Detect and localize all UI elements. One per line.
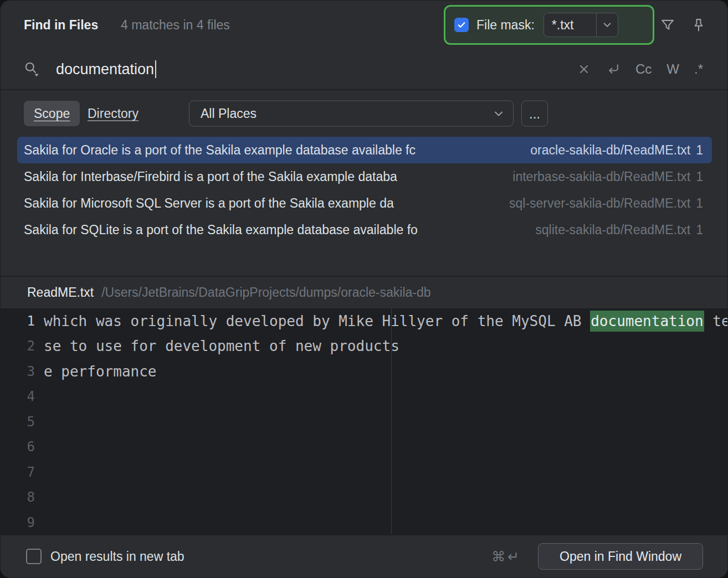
scope-bar: Scope Directory All Places ...	[1, 90, 727, 137]
dialog-footer: Open results in new tab ⌘↵ Open in Find …	[1, 534, 727, 577]
open-results-new-tab-checkbox[interactable]	[26, 549, 42, 564]
search-row: documentation Cc W .*	[1, 49, 727, 90]
code-line: 3 e performance	[1, 359, 727, 384]
code-text: which was originally developed by Mike H…	[44, 313, 727, 329]
text-caret	[155, 60, 156, 78]
line-number: 6	[1, 439, 35, 455]
clear-search-icon[interactable]	[577, 63, 591, 76]
line-number: 3	[1, 364, 35, 379]
code-text: se to use for development of new product…	[44, 338, 399, 354]
code-line: 9	[1, 510, 727, 535]
find-in-files-dialog: Find in Files 4 matches in 4 files File …	[0, 0, 728, 578]
code-line: 6	[1, 435, 727, 460]
code-line: 7	[1, 460, 727, 485]
result-text: Sakila for Microsoft SQL Server is a por…	[24, 196, 509, 211]
file-mask-value: *.txt	[544, 18, 596, 33]
dialog-header: Find in Files 4 matches in 4 files File …	[1, 1, 727, 49]
file-mask-group: File mask: *.txt	[444, 5, 654, 45]
match-case-toggle[interactable]: Cc	[635, 61, 652, 77]
open-in-find-window-button[interactable]: Open in Find Window	[538, 543, 703, 570]
result-path: oracle-sakila-db/ReadME.txt1	[530, 143, 703, 158]
line-number: 4	[1, 389, 35, 404]
result-line-number: 1	[696, 143, 703, 158]
browse-scope-button[interactable]: ...	[521, 101, 548, 127]
line-number: 9	[1, 515, 35, 530]
preview-file-name: ReadME.txt	[27, 285, 94, 300]
open-in-find-window-label: Open in Find Window	[560, 549, 681, 564]
file-mask-label: File mask:	[476, 18, 535, 33]
tab-scope-label: Scope	[34, 106, 70, 121]
tab-scope[interactable]: Scope	[24, 101, 80, 126]
search-controls: Cc W .*	[577, 61, 703, 77]
line-number: 5	[1, 414, 35, 430]
line-number: 2	[1, 338, 35, 354]
match-count-status: 4 matches in 4 files	[121, 18, 230, 33]
result-text: Sakila for SQLite is a port of the Sakil…	[24, 223, 535, 238]
page-title: Find in Files	[24, 18, 98, 33]
code-line: 1 which was originally developed by Mike…	[1, 308, 727, 334]
result-text: Sakila for Interbase/Firebird is a port …	[24, 169, 512, 184]
code-line: 4	[1, 384, 727, 410]
code-line: 5	[1, 409, 727, 435]
line-number: 1	[1, 313, 35, 329]
result-row[interactable]: Sakila for Microsoft SQL Server is a por…	[1, 190, 727, 216]
result-path: interbase-sakila-db/ReadME.txt1	[512, 169, 703, 184]
tab-directory[interactable]: Directory	[88, 106, 139, 121]
editor-preview[interactable]: 1 which was originally developed by Mike…	[1, 308, 727, 535]
search-input[interactable]: documentation	[56, 60, 156, 78]
search-icon[interactable]	[23, 60, 40, 78]
search-match-highlight: documentation	[590, 311, 704, 332]
result-row[interactable]: Sakila for SQLite is a port of the Sakil…	[1, 216, 727, 243]
file-mask-checkbox[interactable]	[454, 18, 469, 32]
code-line: 2 se to use for development of new produ…	[1, 334, 727, 359]
result-line-number: 1	[696, 196, 703, 211]
filter-icon[interactable]	[660, 17, 675, 33]
result-line-number: 1	[696, 169, 703, 184]
result-line-number: 1	[696, 223, 703, 238]
scope-select[interactable]: All Places	[189, 101, 514, 127]
results-list: Sakila for Oracle is a port of the Sakil…	[1, 137, 727, 276]
search-query-text: documentation	[56, 61, 154, 78]
code-line: 8	[1, 485, 727, 510]
pin-icon[interactable]	[691, 17, 706, 33]
newline-icon[interactable]	[606, 62, 621, 77]
line-number: 8	[1, 489, 35, 505]
open-results-new-tab-label: Open results in new tab	[50, 549, 184, 564]
words-toggle[interactable]: W	[667, 61, 679, 77]
file-mask-combo[interactable]: *.txt	[544, 13, 618, 37]
scope-select-value: All Places	[201, 106, 257, 121]
regex-toggle[interactable]: .*	[694, 61, 703, 77]
check-icon	[457, 20, 466, 30]
preview-file-path: /Users/JetBrains/DataGripProjects/dumps/…	[101, 285, 430, 300]
result-path: sql-server-sakila-db/ReadME.txt1	[509, 196, 703, 211]
tab-directory-label: Directory	[88, 106, 139, 121]
chevron-down-icon[interactable]	[596, 13, 618, 37]
chevron-down-icon	[492, 107, 505, 120]
result-path: sqlite-sakila-db/ReadME.txt1	[535, 223, 703, 238]
keyboard-shortcut-hint: ⌘↵	[491, 549, 521, 565]
code-text: e performance	[44, 363, 157, 380]
browse-scope-label: ...	[529, 106, 540, 121]
preview-header: ReadME.txt /Users/JetBrains/DataGripProj…	[1, 277, 727, 308]
line-number: 7	[1, 465, 35, 480]
result-row[interactable]: Sakila for Interbase/Firebird is a port …	[1, 163, 727, 190]
result-row[interactable]: Sakila for Oracle is a port of the Sakil…	[1, 137, 727, 163]
result-text: Sakila for Oracle is a port of the Sakil…	[24, 143, 530, 158]
